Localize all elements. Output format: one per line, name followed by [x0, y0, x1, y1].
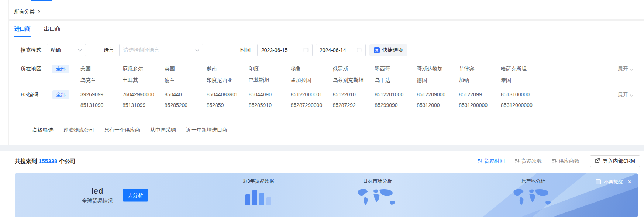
sort-trade-time[interactable]: 贸易时间: [477, 158, 505, 165]
tab-importers[interactable]: 进口商: [14, 21, 31, 37]
hs-code-option[interactable]: 85287290000: [291, 102, 331, 108]
trade-data-block: 近3年贸易数据: [229, 178, 288, 205]
region-option[interactable]: 哈萨克斯坦: [501, 66, 541, 72]
filter-body: 搜索模式 精确 语言 请选择翻译语言 时间 2023-06-15: [9, 37, 644, 134]
region-option[interactable]: 秘鲁: [291, 66, 331, 72]
origin-analysis-title: 原产地分析: [504, 178, 563, 184]
hs-code-option[interactable]: 8512201000: [375, 91, 414, 97]
analyze-button[interactable]: 去分析: [123, 189, 148, 201]
hs-code-options-grid: 39269099 76042990000... 850440 850440839…: [80, 90, 541, 108]
advanced-option-sourced-from-china[interactable]: 从中国采购: [150, 127, 176, 134]
sort-controls: 贸易时间 贸易次数 供应商数: [477, 158, 579, 165]
sort-supplier-count[interactable]: 供应商数: [552, 158, 579, 165]
sort-trade-count[interactable]: 贸易次数: [514, 158, 542, 165]
hs-code-option[interactable]: 85122099: [459, 91, 499, 97]
calendar-icon: [303, 47, 309, 53]
region-option[interactable]: 德国: [417, 77, 457, 84]
region-expand-toggle[interactable]: 展开: [618, 66, 634, 72]
breadcrumb-label: 所有分类: [14, 8, 35, 15]
hs-code-option[interactable]: 76042990000...: [123, 91, 162, 97]
hs-code-option[interactable]: 85312000: [417, 102, 457, 108]
filter-row-hs-code: HS编码 全部 39269099 76042990000... 850440 8…: [21, 90, 644, 108]
region-option[interactable]: 菲律宾: [459, 66, 499, 72]
region-option[interactable]: 墨西哥: [375, 66, 414, 72]
advanced-filter-label: 高级筛选: [32, 127, 53, 134]
time-label: 时间: [240, 47, 251, 53]
date-start-value: 2023-06-15: [261, 47, 288, 53]
region-expand-label: 展开: [618, 66, 628, 72]
region-option[interactable]: 泰国: [501, 77, 541, 84]
breadcrumb[interactable]: 所有分类: [14, 8, 41, 15]
hs-code-option[interactable]: 85044083901...: [207, 91, 247, 97]
hs-code-option[interactable]: 85122000001...: [291, 91, 331, 97]
region-option[interactable]: 印度尼西亚: [207, 77, 247, 84]
advanced-option-single-supplier[interactable]: 只有一个供应商: [104, 127, 140, 134]
sort-descending-icon: [477, 158, 482, 165]
filter-divider: [27, 120, 638, 120]
hs-code-option[interactable]: 85285200: [165, 102, 204, 108]
region-option[interactable]: 美国: [80, 66, 120, 72]
filter-row-region: 所在地区 全部 美国 厄瓜多尔 英国 越南 印度 秘鲁 俄罗斯 墨西哥 哥斯达黎…: [21, 65, 644, 84]
hs-code-option[interactable]: 852859: [207, 102, 247, 108]
hs-code-option[interactable]: 85312000000: [501, 102, 541, 108]
region-option[interactable]: 英国: [165, 66, 204, 72]
tab-exporters[interactable]: 出口商: [44, 21, 61, 37]
region-all-tag[interactable]: 全部: [52, 65, 69, 73]
hs-code-option[interactable]: 850440: [165, 91, 204, 97]
hs-code-option[interactable]: 8531200000: [459, 102, 499, 108]
region-option[interactable]: 加纳: [459, 77, 499, 84]
hs-code-option[interactable]: 85285910: [249, 102, 289, 108]
region-label: 所在地区: [21, 65, 44, 72]
export-icon: [595, 158, 600, 165]
import-crm-label: 导入内部CRM: [603, 158, 635, 165]
trade-data-title: 近3年贸易数据: [229, 178, 288, 184]
region-option[interactable]: 乌兹别克斯坦: [333, 77, 372, 84]
sort-descending-icon: [552, 158, 557, 165]
dont-remind-checkbox[interactable]: [596, 179, 601, 184]
sort-label: 贸易次数: [521, 158, 542, 165]
date-end-input[interactable]: 2024-06-14: [316, 44, 366, 56]
date-start-input[interactable]: 2023-06-15: [257, 44, 313, 56]
quick-options-button[interactable]: ⌘ 快捷选项: [369, 44, 407, 56]
region-option[interactable]: 越南: [207, 66, 247, 72]
world-map-icon: [510, 187, 557, 210]
tab-bar: 进口商 出口商: [9, 21, 644, 37]
region-option[interactable]: 波兰: [165, 77, 204, 84]
hs-code-option[interactable]: 85044090: [249, 91, 289, 97]
region-option[interactable]: 厄瓜多尔: [123, 66, 162, 72]
region-option[interactable]: 土耳其: [123, 77, 162, 84]
hs-code-option[interactable]: 85122010: [333, 91, 372, 97]
region-option[interactable]: 印度: [249, 66, 289, 72]
target-market-title: 目标市场分析: [348, 178, 407, 184]
hs-code-all-tag[interactable]: 全部: [52, 90, 69, 99]
hs-code-expand-label: 展开: [618, 91, 628, 98]
region-option[interactable]: 俄罗斯: [333, 66, 372, 72]
language-select[interactable]: 请选择翻译语言: [119, 44, 203, 56]
region-option[interactable]: 乌干达: [375, 77, 414, 84]
hs-code-option[interactable]: 8513100000: [501, 91, 541, 97]
hs-code-option[interactable]: 8512209000: [417, 91, 457, 97]
bar: [266, 197, 271, 205]
sort-descending-icon: [514, 158, 520, 165]
search-mode-select[interactable]: 精确: [47, 44, 86, 56]
hs-code-option[interactable]: 85299090: [375, 102, 414, 108]
top-tab-underline-fragment: [31, 0, 52, 1]
region-option[interactable]: 哥斯达黎加: [417, 66, 457, 72]
hs-code-option[interactable]: 85131099: [123, 102, 162, 108]
close-icon[interactable]: ✕: [627, 179, 632, 185]
hs-code-expand-toggle[interactable]: 展开: [618, 91, 634, 98]
region-option[interactable]: 乌克兰: [80, 77, 120, 84]
calendar-icon: [357, 47, 362, 53]
hs-code-option[interactable]: 39269099: [80, 91, 120, 97]
advanced-option-new-importers[interactable]: 近一年新增进口商: [186, 127, 227, 134]
origin-analysis-block: 原产地分析: [504, 178, 563, 211]
summary-suffix: 个公司: [59, 158, 76, 164]
advanced-option-filter-logistics[interactable]: 过滤物流公司: [63, 127, 94, 134]
hs-code-option[interactable]: 85131090: [80, 102, 120, 108]
import-crm-button[interactable]: 导入内部CRM: [590, 155, 640, 167]
region-option[interactable]: 巴基斯坦: [249, 77, 289, 84]
hs-code-option[interactable]: 85287292: [333, 102, 372, 108]
region-option[interactable]: 孟加拉国: [291, 77, 331, 84]
language-label: 语言: [104, 47, 114, 53]
chevron-right-icon: [37, 9, 41, 15]
